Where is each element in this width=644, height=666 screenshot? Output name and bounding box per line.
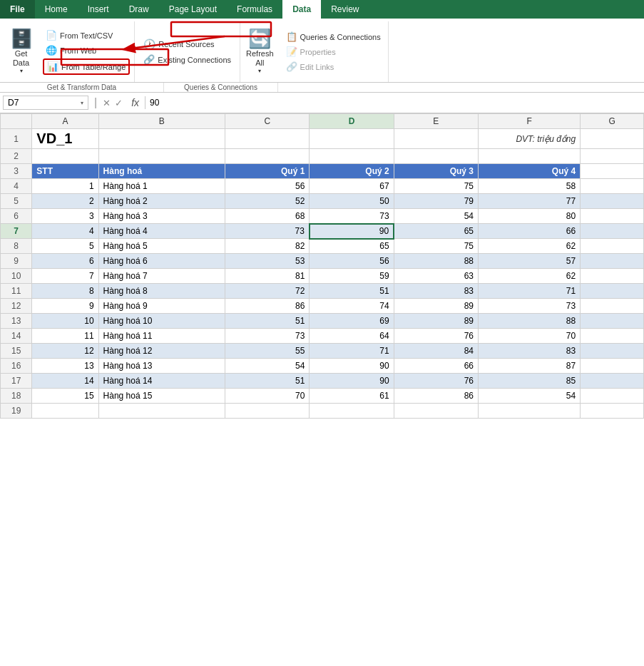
cell[interactable]: 51 [225, 374, 310, 389]
cell[interactable]: 55 [225, 344, 310, 359]
cell[interactable]: 66 [394, 359, 478, 374]
from-web-button[interactable]: 🌐 From Web [43, 43, 130, 57]
cell[interactable]: 82 [225, 239, 310, 254]
cell[interactable] [581, 374, 644, 389]
from-text-csv-button[interactable]: 📄 From Text/CSV [43, 29, 130, 42]
col-header-g[interactable]: G [581, 114, 644, 129]
cell[interactable]: 65 [310, 239, 394, 254]
cell[interactable] [225, 404, 310, 419]
cell[interactable] [581, 284, 644, 299]
cell[interactable]: 54 [479, 389, 581, 404]
cell[interactable] [394, 129, 478, 149]
row-num-18[interactable]: 18 [1, 389, 32, 404]
row-num-7[interactable]: 7 [1, 224, 32, 239]
cell[interactable] [581, 149, 644, 164]
col-header-f[interactable]: F [479, 114, 581, 129]
cell[interactable]: Hàng hoá 3 [98, 209, 225, 224]
cell[interactable] [310, 149, 394, 164]
cell[interactable] [581, 209, 644, 224]
cell[interactable] [581, 194, 644, 209]
cell[interactable]: Hàng hoá [98, 164, 225, 179]
col-header-e[interactable]: E [394, 114, 478, 129]
cell[interactable] [581, 404, 644, 419]
cell[interactable]: 67 [310, 179, 394, 194]
cell[interactable] [581, 164, 644, 179]
cell[interactable]: 1 [32, 179, 98, 194]
row-num-16[interactable]: 16 [1, 359, 32, 374]
cell[interactable]: 71 [310, 344, 394, 359]
cell[interactable]: Hàng hoá 2 [98, 194, 225, 209]
cell[interactable]: 73 [479, 299, 581, 314]
row-num-8[interactable]: 8 [1, 239, 32, 254]
cell[interactable]: 11 [32, 329, 98, 344]
cell[interactable]: VD_1 [32, 129, 98, 149]
tab-draw[interactable]: Draw [119, 0, 159, 19]
cell[interactable]: 74 [310, 299, 394, 314]
cell[interactable]: 6 [32, 254, 98, 269]
cell[interactable]: 54 [225, 359, 310, 374]
cell[interactable]: 90 [310, 224, 394, 239]
cell[interactable]: 73 [225, 224, 310, 239]
cell[interactable] [581, 129, 644, 149]
cell[interactable]: 13 [32, 359, 98, 374]
cell[interactable]: 56 [310, 254, 394, 269]
tab-page-layout[interactable]: Page Layout [159, 0, 227, 19]
row-num-5[interactable]: 5 [1, 194, 32, 209]
cell[interactable]: 75 [394, 239, 478, 254]
row-num-14[interactable]: 14 [1, 329, 32, 344]
cell[interactable]: Quý 1 [225, 164, 310, 179]
cell[interactable]: 86 [394, 389, 478, 404]
cell[interactable] [581, 389, 644, 404]
cell[interactable]: 50 [310, 194, 394, 209]
cell[interactable]: 70 [479, 329, 581, 344]
cell[interactable] [479, 149, 581, 164]
cell[interactable]: 52 [225, 194, 310, 209]
cell[interactable]: Quý 2 [310, 164, 394, 179]
cell[interactable]: 14 [32, 374, 98, 389]
cell[interactable]: Hàng hoá 15 [98, 389, 225, 404]
cell[interactable]: 61 [310, 389, 394, 404]
cell[interactable]: 90 [310, 374, 394, 389]
cell[interactable]: Hàng hoá 12 [98, 344, 225, 359]
formula-content[interactable]: 90 [145, 96, 644, 109]
cell[interactable]: 51 [225, 314, 310, 329]
col-header-c[interactable]: C [225, 114, 310, 129]
get-data-button[interactable]: 🗄️ GetData ▾ [6, 21, 41, 82]
cell[interactable]: 54 [394, 209, 478, 224]
tab-home[interactable]: Home [35, 0, 78, 19]
tab-review[interactable]: Review [321, 0, 369, 19]
cell[interactable]: 76 [394, 374, 478, 389]
cell[interactable]: Hàng hoá 10 [98, 314, 225, 329]
row-num-17[interactable]: 17 [1, 374, 32, 389]
cell[interactable]: 72 [225, 284, 310, 299]
cell[interactable]: 2 [32, 194, 98, 209]
name-box[interactable]: D7 ▾ [3, 96, 88, 110]
cell[interactable]: 73 [310, 209, 394, 224]
refresh-all-button[interactable]: 🔄 RefreshAll ▾ [243, 21, 282, 82]
row-num-4[interactable]: 4 [1, 179, 32, 194]
cell[interactable]: 58 [479, 179, 581, 194]
cell[interactable]: 89 [394, 314, 478, 329]
cell[interactable]: STT [32, 164, 98, 179]
cell[interactable]: 59 [310, 269, 394, 284]
cell[interactable]: 68 [225, 209, 310, 224]
cell[interactable]: Hàng hoá 4 [98, 224, 225, 239]
cell[interactable]: 62 [479, 269, 581, 284]
row-num-11[interactable]: 11 [1, 284, 32, 299]
cell[interactable]: DVT: triệu đồng [479, 129, 581, 149]
tab-data[interactable]: Data [282, 0, 321, 19]
col-header-b[interactable]: B [98, 114, 225, 129]
cell[interactable]: 70 [225, 389, 310, 404]
recent-sources-button[interactable]: 🕐 Recent Sources [140, 37, 234, 51]
cell[interactable]: 71 [479, 284, 581, 299]
row-num-13[interactable]: 13 [1, 314, 32, 329]
cell[interactable]: 75 [394, 179, 478, 194]
row-num-15[interactable]: 15 [1, 344, 32, 359]
tab-file[interactable]: File [0, 0, 35, 19]
cell[interactable]: 83 [394, 284, 478, 299]
cell[interactable]: 89 [394, 299, 478, 314]
existing-connections-button[interactable]: 🔗 Existing Connections [140, 53, 234, 66]
cell[interactable]: 8 [32, 284, 98, 299]
cell[interactable] [581, 269, 644, 284]
row-num-10[interactable]: 10 [1, 269, 32, 284]
